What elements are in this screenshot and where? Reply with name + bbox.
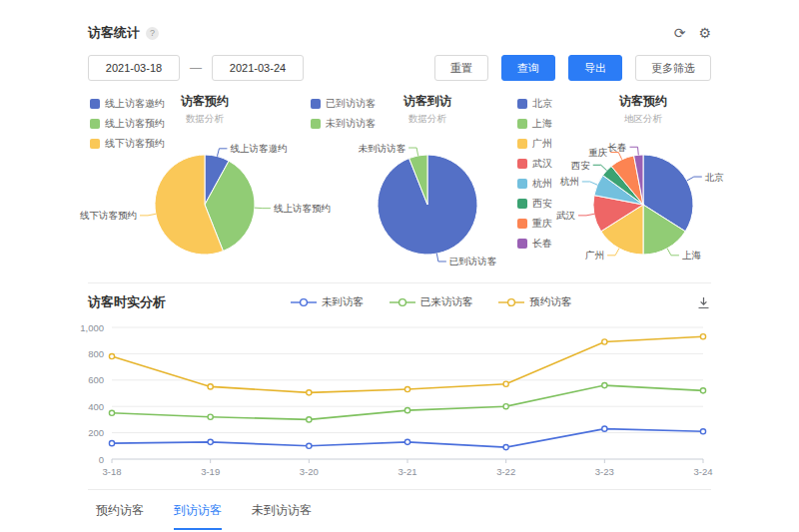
- legend-item[interactable]: 武汉: [517, 157, 552, 171]
- more-filters-button[interactable]: 更多筛选: [635, 55, 711, 81]
- data-point[interactable]: [602, 382, 607, 387]
- data-point[interactable]: [109, 353, 114, 358]
- start-date-input[interactable]: [88, 55, 180, 81]
- legend-swatch: [90, 119, 100, 129]
- data-point[interactable]: [700, 388, 705, 393]
- y-axis-label: 1,000: [80, 322, 104, 333]
- y-axis-label: 200: [88, 427, 104, 438]
- x-axis-label: 3-18: [102, 466, 121, 477]
- pie-label: 已到访访客: [449, 256, 497, 266]
- line-legend-item[interactable]: 未到访客: [291, 295, 364, 309]
- tab-reserved-visitors[interactable]: 预约访客: [96, 502, 144, 530]
- query-button[interactable]: 查询: [501, 55, 555, 81]
- pie-label-line: [436, 254, 445, 262]
- legend-label: 北京: [532, 97, 552, 111]
- tab-not-arrived-visitors[interactable]: 未到访访客: [252, 502, 312, 530]
- pie-label: 线上访客邀约: [230, 143, 287, 154]
- refresh-icon[interactable]: ⟳: [674, 26, 686, 40]
- legend-item[interactable]: 杭州: [517, 177, 552, 191]
- line-legend-item[interactable]: 预约访客: [498, 295, 571, 309]
- filter-bar: — 重置 查询 导出 更多筛选: [88, 55, 711, 81]
- end-date-input[interactable]: [212, 55, 304, 81]
- data-point[interactable]: [503, 381, 508, 386]
- legend-label: 广州: [532, 137, 552, 151]
- pie-label-line: [408, 148, 417, 156]
- pie-label: 西安: [571, 160, 591, 171]
- data-point[interactable]: [404, 408, 409, 413]
- legend-item[interactable]: 线下访客预约: [90, 137, 165, 151]
- data-point[interactable]: [503, 445, 508, 450]
- chart-header: 访客到访 数据分析: [368, 93, 487, 126]
- pie-label-line: [630, 147, 639, 155]
- data-point[interactable]: [307, 443, 312, 448]
- pie-label-line: [667, 249, 679, 256]
- legend-item[interactable]: 长春: [517, 237, 552, 251]
- export-button[interactable]: 导出: [568, 55, 622, 81]
- legend-label: 线上访客邀约: [105, 97, 165, 111]
- data-point[interactable]: [208, 414, 213, 419]
- data-point[interactable]: [700, 334, 705, 339]
- legend-label: 预约访客: [529, 295, 571, 309]
- legend-item[interactable]: 线上访客邀约: [90, 97, 165, 111]
- pie-label: 上海: [682, 250, 702, 261]
- date-range-separator: —: [190, 61, 202, 75]
- filter-buttons: 重置 查询 导出 更多筛选: [434, 55, 711, 81]
- data-point[interactable]: [700, 429, 705, 434]
- legend-item[interactable]: 已到访访客: [311, 97, 376, 111]
- legend-item[interactable]: 北京: [517, 97, 552, 111]
- download-icon[interactable]: [696, 295, 711, 310]
- legend-item[interactable]: 线上访客预约: [90, 117, 165, 131]
- pie-charts-row: 访客预约 数据分析 线上访客邀约线上访客预约线下访客预约 线上访客邀约线上访客预…: [88, 93, 711, 282]
- legend-label: 已来访访客: [420, 295, 473, 309]
- legend-item[interactable]: 重庆: [517, 217, 552, 231]
- data-point[interactable]: [602, 339, 607, 344]
- data-point[interactable]: [503, 404, 508, 409]
- legend-label: 杭州: [532, 177, 552, 191]
- legend-item[interactable]: 未到访访客: [311, 117, 376, 131]
- data-point[interactable]: [208, 384, 213, 389]
- legend-label: 上海: [532, 117, 552, 131]
- data-point[interactable]: [109, 441, 114, 446]
- pie-legend: 北京上海广州武汉杭州西安重庆长春: [517, 97, 552, 257]
- legend-swatch: [311, 99, 321, 109]
- legend-label: 已到访访客: [326, 97, 376, 111]
- legend-item[interactable]: 西安: [517, 197, 552, 211]
- line-legend-item[interactable]: 已来访访客: [390, 295, 473, 309]
- chart-subtitle: 地区分析: [583, 113, 703, 126]
- legend-label: 线上访客预约: [105, 117, 165, 131]
- legend-marker: [498, 297, 524, 307]
- legend-item[interactable]: 上海: [517, 117, 552, 131]
- legend-swatch: [517, 159, 527, 169]
- gear-icon[interactable]: ⚙: [698, 26, 711, 40]
- legend-label: 未到访访客: [326, 117, 376, 131]
- page-title: 访客统计: [88, 24, 140, 42]
- legend-swatch: [517, 219, 527, 229]
- pie-chart-arrival-data: 访客到访 数据分析 已到访访客未到访访客 已到访访客未到访访客: [296, 93, 503, 282]
- line-chart-header: 访客时实分析 未到访客已来访访客预约访客: [88, 293, 711, 311]
- legend-item[interactable]: 广州: [517, 137, 552, 151]
- legend-swatch: [517, 179, 527, 189]
- pie-label-line: [217, 149, 227, 157]
- chart-subtitle: 数据分析: [368, 113, 487, 126]
- series-line: [112, 336, 703, 392]
- data-point[interactable]: [404, 386, 409, 391]
- data-point[interactable]: [208, 439, 213, 444]
- pie-label-line: [140, 214, 156, 215]
- header-icons: ⟳ ⚙: [674, 26, 711, 40]
- x-axis-label: 3-20: [300, 466, 319, 477]
- help-icon[interactable]: ?: [146, 27, 159, 40]
- data-point[interactable]: [404, 439, 409, 444]
- line-chart-section: 访客时实分析 未到访客已来访访客预约访客 02004006008001,0003…: [88, 282, 711, 483]
- data-point[interactable]: [109, 410, 114, 415]
- data-point[interactable]: [307, 390, 312, 395]
- pie-label: 广州: [585, 250, 604, 261]
- legend-swatch: [517, 99, 527, 109]
- x-axis-label: 3-21: [398, 466, 416, 477]
- legend-swatch: [517, 119, 527, 129]
- legend-label: 线下访客预约: [105, 137, 165, 151]
- data-point[interactable]: [307, 417, 312, 422]
- reset-button[interactable]: 重置: [434, 55, 488, 81]
- pie-label: 北京: [705, 172, 725, 183]
- data-point[interactable]: [602, 426, 607, 431]
- tab-arrived-visitors[interactable]: 到访访客: [174, 502, 222, 530]
